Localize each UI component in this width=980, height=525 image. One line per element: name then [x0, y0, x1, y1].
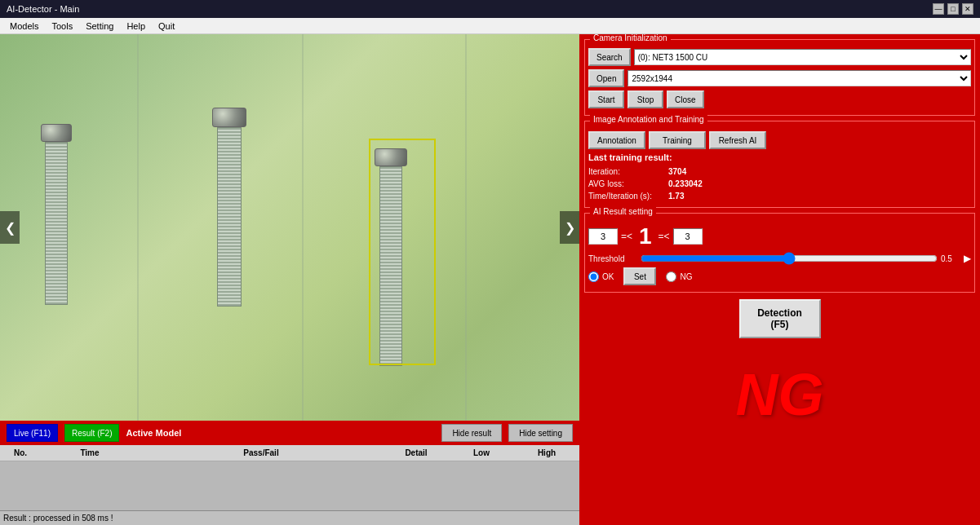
menu-models[interactable]: Models — [3, 20, 45, 33]
ng-text: NG — [736, 361, 824, 428]
ok-radio[interactable] — [588, 271, 599, 282]
camera-init-section: Camera Initialization Search (0): NET3 1… — [584, 39, 975, 116]
ai-left-input[interactable] — [588, 228, 618, 245]
training-button[interactable]: Training — [649, 131, 706, 149]
col-header-passfail: Pass/Fail — [139, 448, 384, 457]
main-content: ❮ ❯ Live (F11) Result (F2) Active Model … — [0, 34, 980, 525]
title-bar: AI-Detector - Main — □ ✕ — [0, 0, 980, 18]
menu-tools[interactable]: Tools — [45, 20, 79, 33]
time-iter-key: Time/Iteration (s): — [588, 192, 662, 201]
bolt-body-2 — [217, 127, 242, 307]
annotation-title: Image Annotation and Training — [590, 115, 707, 124]
control-row: Start Stop Close — [588, 90, 971, 108]
wall-line-2 — [302, 34, 304, 421]
table-body — [0, 461, 579, 510]
set-button[interactable]: Set — [623, 267, 656, 285]
minimize-button[interactable]: — — [933, 3, 944, 15]
detection-button[interactable]: Detection(F5) — [739, 299, 821, 338]
result-button[interactable]: Result (F2) — [64, 424, 119, 442]
ai-result-section: AI Result setting =< 1 =< Threshold 0.5 … — [584, 213, 975, 293]
avg-loss-value: 0.233042 — [668, 179, 703, 188]
threshold-value: 0.5 — [941, 254, 960, 263]
right-panel: Camera Initialization Search (0): NET3 1… — [579, 34, 980, 525]
live-button[interactable]: Live (F11) — [7, 424, 58, 442]
wall-line-1 — [137, 34, 139, 421]
menu-bar: Models Tools Setting Help Quit — [0, 18, 980, 34]
menu-setting[interactable]: Setting — [79, 20, 120, 33]
menu-help[interactable]: Help — [120, 20, 152, 33]
ai-result-input-row: =< 1 =< — [588, 223, 971, 249]
window-controls: — □ ✕ — [933, 3, 973, 15]
active-model-label: Active Model — [126, 428, 181, 438]
annotation-button[interactable]: Annotation — [588, 131, 645, 149]
col-header-no: No. — [0, 448, 41, 457]
search-row: Search (0): NET3 1500 CU — [588, 48, 971, 66]
iteration-value: 3704 — [668, 167, 686, 176]
threshold-row: Threshold 0.5 ▶ — [588, 253, 971, 264]
iteration-key: Iteration: — [588, 167, 662, 176]
hide-setting-button[interactable]: Hide setting — [508, 424, 573, 442]
app-title: AI-Detector - Main — [7, 4, 79, 14]
col-header-time: Time — [41, 448, 139, 457]
close-camera-button[interactable]: Close — [667, 90, 704, 108]
left-panel: ❮ ❯ Live (F11) Result (F2) Active Model … — [0, 34, 579, 525]
cmp-right: =< — [659, 231, 670, 242]
last-training-label: Last training result: — [588, 152, 971, 162]
maximize-button[interactable]: □ — [947, 3, 959, 15]
bolt-2 — [212, 108, 246, 307]
bolt-head-1 — [41, 124, 72, 142]
camera-view[interactable]: ❮ ❯ — [0, 34, 579, 421]
threshold-arrow-icon[interactable]: ▶ — [964, 253, 971, 264]
annotation-btn-row: Annotation Training Refresh AI — [588, 131, 971, 149]
open-row: Open 2592x1944 — [588, 69, 971, 87]
open-button[interactable]: Open — [588, 69, 624, 87]
refresh-ai-button[interactable]: Refresh AI — [709, 131, 766, 149]
hide-result-button[interactable]: Hide result — [441, 424, 502, 442]
annotation-section: Image Annotation and Training Annotation… — [584, 121, 975, 208]
iteration-row: Iteration: 3704 — [588, 167, 971, 176]
ng-radio[interactable] — [666, 271, 676, 282]
time-iteration-row: Time/Iteration (s): 1.73 — [588, 192, 971, 201]
bolt-head-2 — [212, 108, 246, 127]
ok-label: OK — [602, 272, 614, 281]
status-bar: Result : processed in 508 ms ! — [0, 510, 579, 525]
ng-radio-item: NG — [666, 271, 692, 282]
cmp-left: =< — [621, 231, 632, 242]
avg-loss-key: AVG loss: — [588, 179, 662, 188]
bolt-body-1 — [45, 142, 68, 305]
start-button[interactable]: Start — [588, 90, 624, 108]
ok-radio-item: OK — [588, 271, 614, 282]
ai-right-input[interactable] — [673, 228, 703, 245]
close-window-button[interactable]: ✕ — [962, 3, 973, 15]
ng-display: NG — [584, 345, 975, 444]
camera-bottom-bar: Live (F11) Result (F2) Active Model Hide… — [0, 421, 579, 445]
avg-loss-row: AVG loss: 0.233042 — [588, 179, 971, 188]
nav-right-button[interactable]: ❯ — [560, 211, 579, 244]
status-text: Result : processed in 508 ms ! — [3, 514, 113, 523]
table-header: No. Time Pass/Fail Detail Low High — [0, 445, 579, 461]
camera-init-title: Camera Initialization — [590, 34, 671, 42]
bolt-1 — [41, 124, 72, 305]
camera-select[interactable]: (0): NET3 1500 CU — [634, 49, 971, 65]
col-header-detail: Detail — [384, 448, 449, 457]
search-button[interactable]: Search — [588, 48, 631, 66]
threshold-slider[interactable] — [641, 253, 938, 264]
menu-quit[interactable]: Quit — [152, 20, 181, 33]
detection-box — [369, 139, 436, 365]
ai-result-title: AI Result setting — [590, 207, 656, 216]
ng-radio-label: NG — [680, 272, 692, 281]
col-header-high: High — [514, 448, 579, 457]
time-iter-value: 1.73 — [668, 192, 684, 201]
threshold-label: Threshold — [588, 254, 637, 263]
wall-line-3 — [465, 34, 467, 421]
ok-ng-row: OK Set NG — [588, 267, 971, 285]
ai-big-number: 1 — [639, 223, 652, 249]
nav-left-button[interactable]: ❮ — [0, 211, 20, 244]
resolution-select[interactable]: 2592x1944 — [627, 70, 971, 86]
detection-btn-label: Detection(F5) — [757, 307, 802, 330]
stop-button[interactable]: Stop — [627, 90, 663, 108]
col-header-low: Low — [449, 448, 514, 457]
